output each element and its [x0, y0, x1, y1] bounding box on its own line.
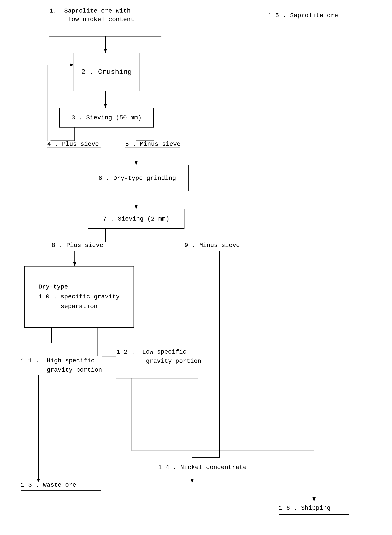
node-3-sieving-50: 3 . Sieving (50 mm)	[59, 108, 154, 128]
node-1-label: 1. Saprolite ore with low nickel content	[49, 7, 134, 24]
node-7-sieving-2: 7 . Sieving (2 mm)	[88, 209, 184, 229]
node-9-minus-sieve: 9 . Minus sieve	[184, 242, 240, 249]
node-12-low-gravity: 1 2 . Low specific gravity portion	[117, 347, 201, 366]
node-6-dry-grinding: 6 . Dry-type grinding	[86, 165, 189, 191]
node-15-saprolite-ore: 1 5 . Saprolite ore	[268, 12, 338, 19]
node-11-high-gravity: 1 1 . High specific gravity portion	[21, 356, 102, 375]
node-2-crushing: 2 . Crushing	[74, 53, 140, 91]
node-4-plus-sieve: 4 . Plus sieve	[47, 141, 99, 148]
node-14-nickel-concentrate: 1 4 . Nickel concentrate	[158, 464, 247, 471]
node-8-plus-sieve: 8 . Plus sieve	[51, 242, 103, 249]
node-10-gravity-sep: Dry-type 1 0 . specific gravity separati…	[24, 266, 134, 328]
node-5-minus-sieve: 5 . Minus sieve	[125, 141, 181, 148]
node-16-shipping: 1 6 . Shipping	[279, 505, 331, 511]
flowchart-diagram: 1. Saprolite ore with low nickel content…	[0, 0, 392, 535]
node-13-waste-ore: 1 3 . Waste ore	[21, 482, 76, 488]
